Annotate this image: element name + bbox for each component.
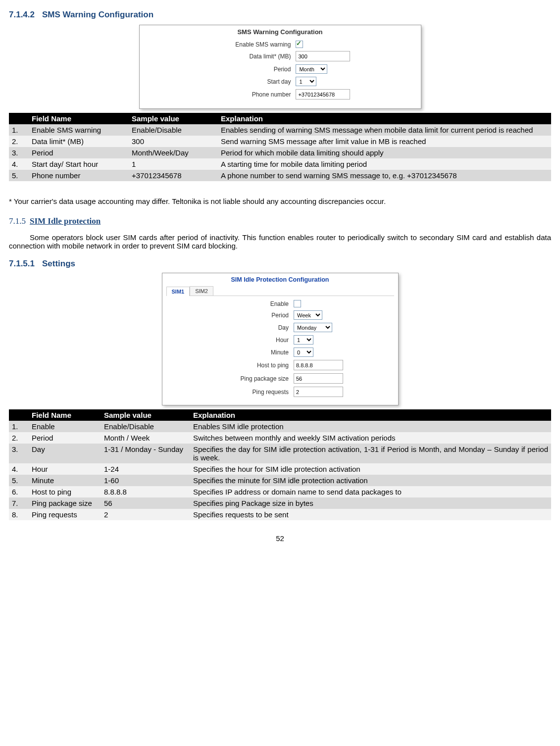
table-sim-idle-fields: Field Name Sample value Explanation 1. E… (9, 409, 551, 520)
table-row: 2. Data limit* (MB) 300 Send warning SMS… (9, 136, 551, 147)
table-sms-warning-fields: Field Name Sample value Explanation 1. E… (9, 113, 551, 181)
table-header-row: Field Name Sample value Explanation (9, 113, 551, 124)
table-row: 3. Period Month/Week/Day Period for whic… (9, 147, 551, 158)
heading-71412: 7.1.4.2SMS Warning Configuration (9, 10, 551, 20)
header-sample: Sample value (101, 409, 190, 421)
label-enable: Enable (166, 300, 294, 307)
heading-7151: 7.1.5.1Settings (9, 259, 551, 269)
table-header-row: Field Name Sample value Explanation (9, 409, 551, 421)
label-day: Day (166, 324, 294, 331)
table-row: 5. Phone number +37012345678 A phone num… (9, 170, 551, 181)
label-hour: Hour (166, 337, 294, 344)
table-row: 6. Host to ping 8.8.8.8 Specifies IP add… (9, 486, 551, 497)
header-num (9, 113, 29, 124)
heading-number: 7.1.5.1 (9, 259, 35, 268)
tab-sim1[interactable]: SIM1 (166, 287, 190, 296)
checkbox-enable-sms[interactable] (296, 41, 303, 48)
label-period2: Period (166, 312, 294, 319)
heading-number: 7.1.4.2 (9, 10, 35, 19)
header-explanation: Explanation (218, 113, 551, 124)
screenshot-title: SIM Idle Protection Configuration (166, 276, 394, 283)
input-pingreq[interactable] (294, 387, 343, 397)
input-data-limit[interactable] (296, 51, 350, 61)
table-row: 2. Period Month / Week Switches between … (9, 432, 551, 444)
select-period2[interactable]: Week (294, 310, 322, 320)
label-host: Host to ping (166, 362, 294, 369)
select-period[interactable]: Month (296, 64, 327, 74)
table-row: 3. Day 1-31 / Monday - Sunday Specifies … (9, 444, 551, 463)
footnote-carrier: * Your carrier's data usage accounting m… (9, 197, 551, 205)
checkbox-enable[interactable] (294, 300, 301, 307)
label-minute: Minute (166, 349, 294, 356)
table-row: 1. Enable Enable/Disable Enables SIM idl… (9, 421, 551, 432)
label-period: Period (145, 66, 296, 73)
select-day[interactable]: Monday (294, 323, 332, 332)
label-phone: Phone number (145, 91, 296, 98)
tab-sim2[interactable]: SIM2 (190, 286, 213, 296)
label-pkgsize: Ping package size (166, 375, 294, 382)
select-hour[interactable]: 1 (294, 335, 313, 345)
screenshot-title: SMS Warning Configuration (145, 28, 416, 36)
input-pkgsize[interactable] (294, 373, 343, 384)
screenshot-sim-idle: SIM Idle Protection Configuration SIM1 S… (162, 273, 399, 405)
select-minute[interactable]: 0 (294, 348, 313, 357)
table-row: 4. Start day/ Start hour 1 A starting ti… (9, 158, 551, 170)
table-row: 1. Enable SMS warning Enable/Disable Ena… (9, 124, 551, 136)
heading-715: 7.1.5SIM Idle protection (9, 216, 551, 226)
paragraph-sim-idle: Some operators block user SIM cards afte… (9, 233, 551, 250)
table-row: 5. Minute 1-60 Specifies the minute for … (9, 475, 551, 486)
heading-text: SIM Idle protection (30, 216, 101, 226)
label-data-limit: Data limit* (MB) (145, 53, 296, 60)
label-enable-sms: Enable SMS warning (145, 41, 296, 48)
input-phone[interactable] (296, 89, 350, 99)
table-row: 8. Ping requests 2 Specifies requests to… (9, 509, 551, 520)
label-start-day: Start day (145, 78, 296, 85)
heading-text: Settings (42, 259, 75, 268)
page-number: 52 (9, 534, 551, 543)
label-pingreq: Ping requests (166, 389, 294, 396)
header-explanation: Explanation (190, 409, 551, 421)
table-row: 7. Ping package size 56 Specifies ping P… (9, 497, 551, 509)
heading-number: 7.1.5 (9, 216, 26, 226)
heading-text: SMS Warning Configuration (42, 10, 153, 19)
screenshot-sms-warning: SMS Warning Configuration Enable SMS war… (139, 25, 421, 109)
sim-tabs: SIM1 SIM2 (166, 286, 394, 296)
header-sample: Sample value (129, 113, 218, 124)
header-field: Field Name (29, 409, 101, 421)
header-field: Field Name (29, 113, 129, 124)
input-host[interactable] (294, 360, 343, 370)
header-num (9, 409, 29, 421)
table-row: 4. Hour 1-24 Specifies the hour for SIM … (9, 463, 551, 475)
select-start-day[interactable]: 1 (296, 77, 316, 86)
